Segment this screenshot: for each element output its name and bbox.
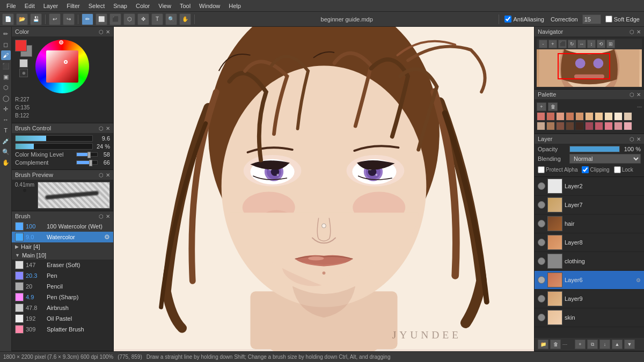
save-btn[interactable]: 💾 <box>30 13 42 25</box>
menu-select[interactable]: Select <box>84 0 109 11</box>
menu-color[interactable]: Color <box>131 0 154 11</box>
hair-vis[interactable] <box>538 220 545 227</box>
open-file-btn[interactable]: 📂 <box>16 13 28 25</box>
color-mixing-slider[interactable] <box>76 152 98 157</box>
brush-item-watercolor[interactable]: 9.0 Watercolor ⚙ <box>12 232 113 242</box>
palette-color-18[interactable] <box>604 122 613 130</box>
palette-color-10[interactable] <box>624 112 632 121</box>
select-btn[interactable]: ⬡ <box>123 13 135 25</box>
brush-list-expand[interactable]: ⬡ <box>99 213 104 219</box>
fg-swatch[interactable] <box>15 40 27 51</box>
menu-view[interactable]: View <box>154 0 175 11</box>
palette-color-12[interactable] <box>546 122 555 130</box>
menu-edit[interactable]: Edit <box>20 0 39 11</box>
palette-delete[interactable]: 🗑 <box>548 102 558 111</box>
layer-copy[interactable]: ⧉ <box>587 339 598 349</box>
layer-add[interactable]: + <box>575 339 586 349</box>
nav-zoom-out[interactable]: - <box>539 40 547 48</box>
brush-item-pen[interactable]: 20.3 Pen <box>12 270 113 281</box>
undo-btn[interactable]: ↩ <box>49 13 61 25</box>
palette-color-2[interactable] <box>546 112 555 121</box>
color-panel-header[interactable]: Color ⬡ ✕ <box>12 27 113 36</box>
brush-item-oil[interactable]: 192 Oil Pastel <box>12 313 113 324</box>
protect-alpha-check[interactable]: Protect Alpha <box>538 166 577 173</box>
layer-move-down[interactable]: ▼ <box>624 339 635 349</box>
brush-control-close[interactable]: ✕ <box>106 125 110 131</box>
tool-move[interactable]: ✛ <box>1 104 11 114</box>
palette-expand[interactable]: ⬡ <box>630 92 634 98</box>
soft-edge-label[interactable]: Soft Edge <box>603 16 642 23</box>
menu-layer[interactable]: Layer <box>39 0 63 11</box>
nav-reset[interactable]: ⟲ <box>597 40 605 48</box>
menu-help[interactable]: Help <box>224 0 245 11</box>
blend-select[interactable]: Normal Multiply Screen <box>569 154 641 164</box>
tool-select[interactable]: ⬡ <box>1 83 11 92</box>
brush-active-btn[interactable]: ✏ <box>82 13 93 25</box>
hand-btn[interactable]: ✋ <box>179 13 191 25</box>
tool-gradient[interactable]: ▣ <box>1 72 11 82</box>
clipping-input[interactable] <box>582 166 589 173</box>
layer-item-layer6[interactable]: Layer6 ⚙ <box>535 271 644 290</box>
navigator-preview[interactable] <box>537 49 642 87</box>
protect-alpha-input[interactable] <box>538 166 545 173</box>
nav-rotate[interactable]: ↻ <box>568 40 576 48</box>
nav-fit[interactable]: ⬛ <box>558 40 567 48</box>
new-file-btn[interactable]: 📄 <box>2 13 14 25</box>
layer-panel-header[interactable]: Layer ⬡ ✕ <box>535 134 644 144</box>
navigator-expand[interactable]: ⬡ <box>630 29 634 35</box>
brush-opacity-slider[interactable] <box>15 143 93 150</box>
color-tool-2[interactable]: ⊕ <box>19 69 28 77</box>
brush-list-header[interactable]: Brush ⬡ ✕ <box>12 211 113 221</box>
palette-color-14[interactable] <box>566 122 574 130</box>
layer-add-folder[interactable]: 📁 <box>538 339 548 349</box>
palette-color-3[interactable] <box>556 112 565 121</box>
palette-color-7[interactable] <box>595 112 603 121</box>
tool-zoom[interactable]: 🔍 <box>1 147 11 157</box>
palette-color-6[interactable] <box>585 112 594 121</box>
group-header-hair[interactable]: ▶ Hair [4] <box>12 242 113 251</box>
palette-color-17[interactable] <box>595 122 603 130</box>
skin-vis[interactable] <box>538 314 545 321</box>
layer6-vis[interactable] <box>538 276 545 284</box>
brush-list-close[interactable]: ✕ <box>106 213 110 219</box>
menu-snap[interactable]: Snap <box>109 0 131 11</box>
tool-transform[interactable]: ↔ <box>1 115 11 124</box>
lock-check[interactable]: Lock <box>614 166 633 173</box>
complement-slider[interactable] <box>76 160 98 165</box>
layer-move-up[interactable]: ▲ <box>612 339 623 349</box>
color-wheel-container[interactable] <box>35 40 89 93</box>
color-mixing-thumb[interactable] <box>87 152 91 158</box>
layer-merge[interactable]: ↓ <box>599 339 610 349</box>
color-wheel-inner[interactable] <box>46 50 78 83</box>
lock-input[interactable] <box>614 166 621 173</box>
tool-eyedropper[interactable]: 💉 <box>1 136 11 146</box>
palette-color-11[interactable] <box>537 122 545 130</box>
eraser-btn[interactable]: ⬜ <box>96 13 107 25</box>
layer8-vis[interactable] <box>538 239 545 246</box>
opacity-slider[interactable] <box>569 146 620 152</box>
layer-item-clothing[interactable]: clothing <box>535 252 644 271</box>
tool-watercolor[interactable]: 🖌 <box>1 50 11 60</box>
nav-flip-h[interactable]: ↔ <box>577 40 586 48</box>
tool-brush[interactable]: ✏ <box>1 29 11 39</box>
brush-item-wet[interactable]: 100 100 Watercolor (Wet) <box>12 221 113 232</box>
layer-item-layer7[interactable]: Layer7 <box>535 196 644 215</box>
brush-control-header[interactable]: Brush Control ⬡ ✕ <box>12 123 113 133</box>
group-header-main[interactable]: ▼ Main [10] <box>12 251 113 260</box>
color-wheel[interactable] <box>35 40 89 93</box>
layer-item-layer9[interactable]: Layer9 <box>535 290 644 308</box>
menu-window[interactable]: Window <box>195 0 224 11</box>
palette-color-1[interactable] <box>537 112 545 121</box>
palette-color-9[interactable] <box>614 112 623 121</box>
brush-item-pencil[interactable]: 20 Pencil <box>12 281 113 292</box>
layer-delete[interactable]: 🗑 <box>550 339 561 349</box>
palette-color-15[interactable] <box>575 122 584 130</box>
soft-edge-checkbox[interactable] <box>605 16 612 23</box>
palette-color-4[interactable] <box>566 112 574 121</box>
tool-text[interactable]: T <box>1 125 11 135</box>
palette-color-8[interactable] <box>604 112 613 121</box>
layer2-vis[interactable] <box>538 182 545 190</box>
color-hue-handle[interactable] <box>59 40 63 45</box>
layer-item-hair[interactable]: hair <box>535 215 644 233</box>
layer-expand[interactable]: ⬡ <box>630 136 634 142</box>
